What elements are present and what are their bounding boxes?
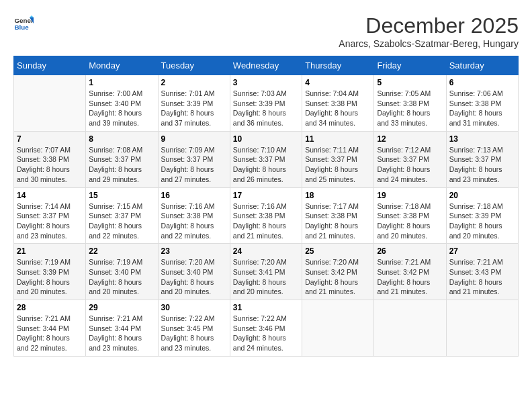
day-info: Sunrise: 7:03 AMSunset: 3:39 PMDaylight:… <box>233 89 299 128</box>
day-info: Sunrise: 7:11 AMSunset: 3:37 PMDaylight:… <box>305 145 371 185</box>
day-info: Sunrise: 7:16 AMSunset: 3:38 PMDaylight:… <box>233 201 299 241</box>
svg-text:Blue: Blue <box>15 24 30 31</box>
day-info: Sunrise: 7:05 AMSunset: 3:38 PMDaylight:… <box>377 89 443 128</box>
calendar-cell: 22Sunrise: 7:19 AMSunset: 3:40 PMDayligh… <box>86 244 158 300</box>
day-info: Sunrise: 7:22 AMSunset: 3:45 PMDaylight:… <box>161 314 227 353</box>
calendar-cell: 30Sunrise: 7:22 AMSunset: 3:45 PMDayligh… <box>158 300 230 357</box>
day-info: Sunrise: 7:21 AMSunset: 3:43 PMDaylight:… <box>449 257 515 297</box>
day-info: Sunrise: 7:20 AMSunset: 3:40 PMDaylight:… <box>161 257 227 297</box>
calendar-cell <box>446 300 518 357</box>
day-info: Sunrise: 7:20 AMSunset: 3:42 PMDaylight:… <box>305 257 371 297</box>
day-info: Sunrise: 7:19 AMSunset: 3:39 PMDaylight:… <box>17 257 83 297</box>
calendar-cell: 25Sunrise: 7:20 AMSunset: 3:42 PMDayligh… <box>302 244 374 300</box>
calendar-cell: 1Sunrise: 7:00 AMSunset: 3:40 PMDaylight… <box>86 75 158 132</box>
calendar-week-row: 21Sunrise: 7:19 AMSunset: 3:39 PMDayligh… <box>14 244 519 300</box>
day-number: 4 <box>305 78 371 87</box>
day-number: 16 <box>161 191 227 200</box>
day-info: Sunrise: 7:04 AMSunset: 3:38 PMDaylight:… <box>305 89 371 128</box>
calendar-cell: 8Sunrise: 7:08 AMSunset: 3:37 PMDaylight… <box>86 131 158 187</box>
calendar-cell: 9Sunrise: 7:09 AMSunset: 3:37 PMDaylight… <box>158 131 230 187</box>
day-info: Sunrise: 7:21 AMSunset: 3:42 PMDaylight:… <box>377 257 443 297</box>
header-sunday: Sunday <box>14 56 86 75</box>
day-number: 3 <box>233 78 299 87</box>
day-number: 15 <box>89 191 154 200</box>
day-info: Sunrise: 7:10 AMSunset: 3:37 PMDaylight:… <box>233 145 299 185</box>
day-number: 6 <box>449 78 515 87</box>
logo-icon: General Blue <box>13 13 34 34</box>
header-monday: Monday <box>86 56 158 75</box>
day-number: 27 <box>449 246 515 256</box>
day-number: 1 <box>89 78 154 87</box>
calendar-cell: 12Sunrise: 7:12 AMSunset: 3:37 PMDayligh… <box>374 131 446 187</box>
day-info: Sunrise: 7:21 AMSunset: 3:44 PMDaylight:… <box>17 314 83 353</box>
calendar-cell <box>374 300 446 357</box>
day-number: 31 <box>233 303 299 312</box>
calendar-cell: 16Sunrise: 7:16 AMSunset: 3:38 PMDayligh… <box>158 187 230 244</box>
day-number: 19 <box>377 191 443 200</box>
calendar-cell <box>302 300 374 357</box>
calendar-cell: 18Sunrise: 7:17 AMSunset: 3:38 PMDayligh… <box>302 187 374 244</box>
day-info: Sunrise: 7:21 AMSunset: 3:44 PMDaylight:… <box>89 314 154 353</box>
header-saturday: Saturday <box>446 56 518 75</box>
calendar-cell: 11Sunrise: 7:11 AMSunset: 3:37 PMDayligh… <box>302 131 374 187</box>
day-number: 10 <box>233 134 299 144</box>
day-info: Sunrise: 7:15 AMSunset: 3:37 PMDaylight:… <box>89 201 154 241</box>
calendar-body: 1Sunrise: 7:00 AMSunset: 3:40 PMDaylight… <box>14 75 519 357</box>
calendar-week-row: 14Sunrise: 7:14 AMSunset: 3:37 PMDayligh… <box>14 187 519 244</box>
day-info: Sunrise: 7:18 AMSunset: 3:39 PMDaylight:… <box>449 201 515 241</box>
day-number: 22 <box>89 246 154 256</box>
day-info: Sunrise: 7:18 AMSunset: 3:38 PMDaylight:… <box>377 201 443 241</box>
day-info: Sunrise: 7:14 AMSunset: 3:37 PMDaylight:… <box>17 201 83 241</box>
logo: General Blue <box>13 13 34 34</box>
day-info: Sunrise: 7:19 AMSunset: 3:40 PMDaylight:… <box>89 257 154 297</box>
calendar-cell: 4Sunrise: 7:04 AMSunset: 3:38 PMDaylight… <box>302 75 374 132</box>
title-section: December 2025 Anarcs, Szabolcs-Szatmar-B… <box>339 13 519 49</box>
day-number: 9 <box>161 134 227 144</box>
calendar-cell: 27Sunrise: 7:21 AMSunset: 3:43 PMDayligh… <box>446 244 518 300</box>
day-number: 25 <box>305 246 371 256</box>
calendar-cell: 15Sunrise: 7:15 AMSunset: 3:37 PMDayligh… <box>86 187 158 244</box>
calendar-cell: 21Sunrise: 7:19 AMSunset: 3:39 PMDayligh… <box>14 244 86 300</box>
calendar-cell: 3Sunrise: 7:03 AMSunset: 3:39 PMDaylight… <box>230 75 302 132</box>
day-info: Sunrise: 7:06 AMSunset: 3:38 PMDaylight:… <box>449 89 515 128</box>
calendar-cell: 26Sunrise: 7:21 AMSunset: 3:42 PMDayligh… <box>374 244 446 300</box>
day-number: 12 <box>377 134 443 144</box>
day-info: Sunrise: 7:07 AMSunset: 3:38 PMDaylight:… <box>17 145 83 185</box>
calendar-week-row: 7Sunrise: 7:07 AMSunset: 3:38 PMDaylight… <box>14 131 519 187</box>
page-header: General Blue December 2025 Anarcs, Szabo… <box>13 13 519 49</box>
day-number: 28 <box>17 303 83 312</box>
calendar-subtitle: Anarcs, Szabolcs-Szatmar-Bereg, Hungary <box>339 38 519 49</box>
day-number: 14 <box>17 191 83 200</box>
calendar-cell: 14Sunrise: 7:14 AMSunset: 3:37 PMDayligh… <box>14 187 86 244</box>
day-number: 29 <box>89 303 154 312</box>
calendar-week-row: 1Sunrise: 7:00 AMSunset: 3:40 PMDaylight… <box>14 75 519 132</box>
calendar-cell: 2Sunrise: 7:01 AMSunset: 3:39 PMDaylight… <box>158 75 230 132</box>
day-number: 2 <box>161 78 227 87</box>
day-info: Sunrise: 7:09 AMSunset: 3:37 PMDaylight:… <box>161 145 227 185</box>
day-number: 21 <box>17 246 83 256</box>
day-number: 7 <box>17 134 83 144</box>
calendar-cell: 24Sunrise: 7:20 AMSunset: 3:41 PMDayligh… <box>230 244 302 300</box>
calendar-table: Sunday Monday Tuesday Wednesday Thursday… <box>13 56 519 357</box>
calendar-cell: 10Sunrise: 7:10 AMSunset: 3:37 PMDayligh… <box>230 131 302 187</box>
calendar-cell <box>14 75 86 132</box>
header-friday: Friday <box>374 56 446 75</box>
header-tuesday: Tuesday <box>158 56 230 75</box>
day-number: 24 <box>233 246 299 256</box>
header-wednesday: Wednesday <box>230 56 302 75</box>
day-info: Sunrise: 7:12 AMSunset: 3:37 PMDaylight:… <box>377 145 443 185</box>
day-info: Sunrise: 7:08 AMSunset: 3:37 PMDaylight:… <box>89 145 154 185</box>
calendar-cell: 23Sunrise: 7:20 AMSunset: 3:40 PMDayligh… <box>158 244 230 300</box>
calendar-cell: 6Sunrise: 7:06 AMSunset: 3:38 PMDaylight… <box>446 75 518 132</box>
day-number: 8 <box>89 134 154 144</box>
day-number: 23 <box>161 246 227 256</box>
calendar-title: December 2025 <box>339 13 519 38</box>
calendar-header-row: Sunday Monday Tuesday Wednesday Thursday… <box>14 56 519 75</box>
day-info: Sunrise: 7:17 AMSunset: 3:38 PMDaylight:… <box>305 201 371 241</box>
calendar-cell: 31Sunrise: 7:22 AMSunset: 3:46 PMDayligh… <box>230 300 302 357</box>
calendar-cell: 5Sunrise: 7:05 AMSunset: 3:38 PMDaylight… <box>374 75 446 132</box>
day-number: 26 <box>377 246 443 256</box>
calendar-cell: 29Sunrise: 7:21 AMSunset: 3:44 PMDayligh… <box>86 300 158 357</box>
calendar-week-row: 28Sunrise: 7:21 AMSunset: 3:44 PMDayligh… <box>14 300 519 357</box>
day-number: 5 <box>377 78 443 87</box>
